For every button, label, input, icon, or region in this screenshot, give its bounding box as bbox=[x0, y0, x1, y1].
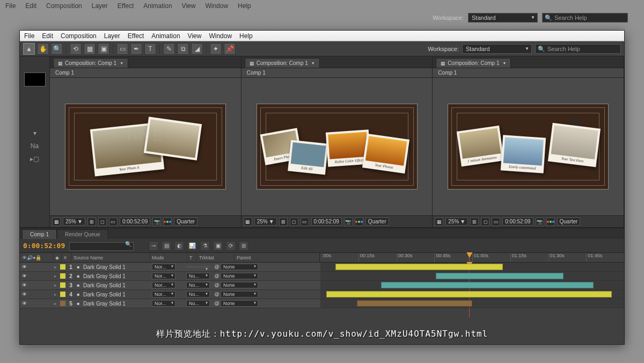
puppet-tool[interactable]: 📌 bbox=[224, 43, 236, 55]
snapshot-icon[interactable]: 📷 bbox=[536, 217, 544, 226]
label-col-icon[interactable]: ◆ bbox=[53, 253, 62, 262]
resolution-icon[interactable]: ⊞ bbox=[279, 217, 288, 226]
frame-blend-toggle[interactable]: ▤ bbox=[162, 241, 171, 251]
menu-help[interactable]: Help bbox=[238, 2, 251, 10]
selection-tool[interactable]: ▲ bbox=[23, 43, 35, 55]
folder-icon[interactable]: ▸▢ bbox=[30, 155, 39, 163]
composition-tab[interactable]: ▦Composition: Comp 1▼ bbox=[245, 58, 320, 68]
visibility-toggle[interactable]: 👁 bbox=[20, 273, 28, 279]
rectangle-tool[interactable]: ▭ bbox=[116, 43, 128, 55]
pan-behind-tool[interactable]: ▣ bbox=[98, 43, 109, 55]
comp-flowchart-tab[interactable]: Comp 1 bbox=[241, 68, 433, 78]
parent-dropdown[interactable]: None bbox=[221, 273, 258, 279]
trkmat-dropdown[interactable]: No... bbox=[186, 300, 210, 307]
hand-tool[interactable]: ✋ bbox=[37, 43, 49, 55]
label-color[interactable] bbox=[60, 273, 65, 279]
composition-tab[interactable]: ▦Composition: Comp 1▼ bbox=[436, 58, 511, 68]
preview-time[interactable]: 0:00:52:09 bbox=[311, 217, 342, 226]
safe-zones-icon[interactable]: ◻ bbox=[98, 217, 107, 226]
snapshot-icon[interactable]: 📷 bbox=[152, 217, 161, 226]
grid-icon[interactable]: ▦ bbox=[435, 217, 443, 226]
parent-header[interactable]: Parent bbox=[235, 253, 320, 262]
composition-tab[interactable]: ▦Composition: Comp 1▼ bbox=[53, 58, 128, 68]
time-ruler[interactable]: :00s00:15s00:30s00:45s01:00s01:15s01:30s… bbox=[320, 253, 624, 262]
trkmat-dropdown[interactable]: No... bbox=[186, 282, 210, 288]
zoom-tool[interactable]: 🔍 bbox=[51, 43, 63, 55]
menu-composition[interactable]: Composition bbox=[61, 32, 97, 40]
menu-window[interactable]: Window bbox=[209, 32, 232, 40]
shy-toggle[interactable]: ⊸ bbox=[149, 241, 158, 251]
menu-help[interactable]: Help bbox=[239, 32, 253, 40]
timeline-tab-render-queue[interactable]: Render Queue bbox=[57, 229, 108, 239]
blend-mode-dropdown[interactable]: Nor... bbox=[152, 273, 175, 279]
mask-icon[interactable]: ▭ bbox=[109, 217, 118, 226]
visibility-toggle[interactable]: 👁 bbox=[20, 292, 28, 297]
layer-name[interactable]: Dark Gray Solid 1 bbox=[82, 301, 152, 307]
layer-name[interactable]: Dark Gray Solid 1 bbox=[82, 273, 152, 279]
preview-area[interactable]: Insert Photo Edit All Refine Color Effec… bbox=[241, 78, 433, 215]
layer-duration-bar[interactable] bbox=[335, 264, 502, 270]
layer-row[interactable]: 👁 ▸ 5 ■ Dark Gray Solid 1 Nor... No... @… bbox=[20, 299, 320, 308]
layer-duration-bar[interactable] bbox=[436, 273, 564, 279]
layer-duration-bar[interactable] bbox=[326, 291, 612, 297]
visibility-toggle[interactable]: 👁 bbox=[20, 282, 28, 288]
parent-dropdown[interactable]: None bbox=[221, 291, 258, 297]
chevron-down-icon[interactable]: ▼ bbox=[120, 61, 123, 65]
trkmat-dropdown[interactable] bbox=[186, 266, 210, 267]
blend-mode-dropdown[interactable]: Nor... bbox=[152, 291, 175, 297]
preview-time[interactable]: 0:00:52:09 bbox=[120, 217, 150, 226]
menu-effect[interactable]: Effect bbox=[128, 32, 144, 40]
menu-layer[interactable]: Layer bbox=[104, 32, 120, 40]
snapshot-icon[interactable]: 📷 bbox=[344, 217, 353, 226]
resolution-icon[interactable]: ⊞ bbox=[470, 217, 479, 226]
menu-animation[interactable]: Animation bbox=[151, 32, 180, 40]
comp-flowchart-tab[interactable]: Comp 1 bbox=[433, 68, 624, 78]
twirl-arrow-icon[interactable]: ▸ bbox=[52, 301, 58, 306]
project-thumbnail[interactable] bbox=[24, 72, 46, 86]
blend-mode-dropdown[interactable]: Nor... bbox=[152, 264, 175, 270]
twirl-arrow-icon[interactable]: ▸ bbox=[52, 283, 58, 288]
preview-time[interactable]: 0:00:52:09 bbox=[502, 217, 533, 226]
motion-blur-toggle[interactable]: ◐ bbox=[174, 241, 184, 251]
menu-view[interactable]: View bbox=[188, 32, 202, 40]
chevron-down-icon[interactable]: ▼ bbox=[503, 61, 507, 65]
current-time-display[interactable]: 0:00:52:09 bbox=[23, 242, 65, 250]
pickwhip-icon[interactable]: @ bbox=[213, 292, 221, 297]
pen-tool[interactable]: ✒ bbox=[130, 43, 142, 55]
layer-name[interactable]: Dark Gray Solid 1 bbox=[82, 292, 152, 297]
trkmat-dropdown[interactable]: No... bbox=[186, 273, 210, 279]
label-icon[interactable]: ▾ bbox=[33, 129, 36, 137]
mask-icon[interactable]: ▭ bbox=[301, 217, 309, 226]
twirl-arrow-icon[interactable]: ▸ bbox=[52, 274, 58, 279]
layer-bar-row[interactable] bbox=[320, 299, 624, 308]
pickwhip-icon[interactable]: @ bbox=[213, 264, 221, 270]
menu-layer[interactable]: Layer bbox=[92, 2, 108, 10]
parent-dropdown[interactable]: None bbox=[221, 264, 258, 270]
type-tool[interactable]: T bbox=[144, 43, 156, 55]
menu-file[interactable]: File bbox=[24, 32, 34, 40]
menu-window[interactable]: Window bbox=[205, 2, 228, 10]
menu-edit[interactable]: Edit bbox=[42, 32, 53, 40]
layer-bar-row[interactable] bbox=[320, 281, 624, 290]
label-color[interactable] bbox=[60, 282, 65, 288]
safe-zones-icon[interactable]: ◻ bbox=[481, 217, 489, 226]
safe-zones-icon[interactable]: ◻ bbox=[290, 217, 298, 226]
layer-row[interactable]: 👁 ▸ 4 ■ Dark Gray Solid 1 Nor... No... @… bbox=[20, 290, 320, 299]
label-color[interactable] bbox=[60, 292, 65, 297]
grid-icon[interactable]: ▦ bbox=[52, 217, 61, 226]
outer-search[interactable]: 🔍Search Help bbox=[542, 13, 628, 23]
menu-animation[interactable]: Animation bbox=[143, 2, 172, 10]
parent-dropdown[interactable]: None bbox=[221, 282, 258, 288]
menu-composition[interactable]: Composition bbox=[46, 2, 82, 10]
pickwhip-icon[interactable]: @ bbox=[213, 273, 221, 279]
brainstorm-icon[interactable]: ⚗ bbox=[200, 241, 210, 251]
twirl-arrow-icon[interactable]: ▸ bbox=[52, 265, 58, 270]
clone-tool[interactable]: ⧉ bbox=[177, 43, 189, 55]
outer-workspace-dropdown[interactable]: Standard bbox=[468, 13, 538, 23]
layer-bar-row[interactable] bbox=[320, 272, 624, 281]
chevron-down-icon[interactable]: ▼ bbox=[311, 61, 315, 65]
search-help-input[interactable]: 🔍Search Help bbox=[535, 44, 621, 54]
label-color[interactable] bbox=[60, 264, 65, 270]
channels-icon[interactable] bbox=[163, 217, 172, 226]
grid-icon[interactable]: ▦ bbox=[244, 217, 252, 226]
